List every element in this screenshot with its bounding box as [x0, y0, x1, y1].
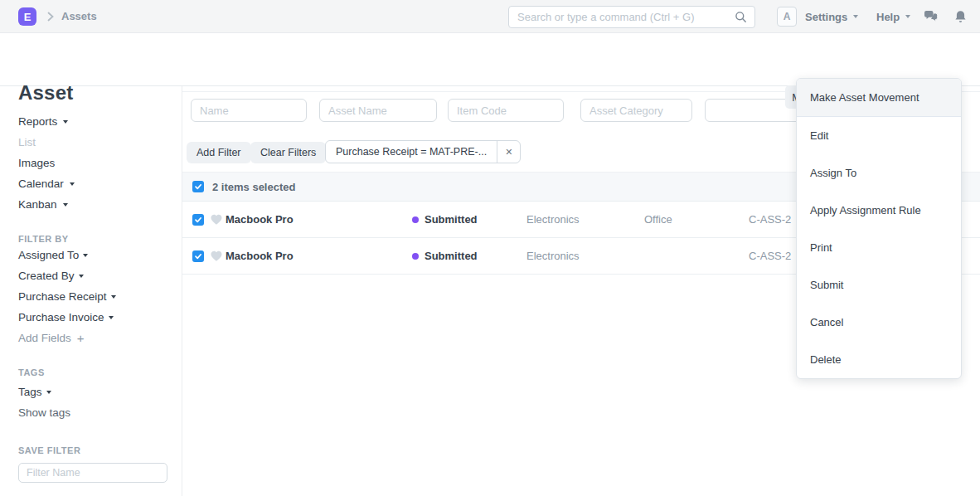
menu-item-cancel[interactable]: Cancel	[797, 304, 961, 341]
settings-label: Settings	[805, 11, 847, 23]
menu-item-edit[interactable]: Edit	[797, 117, 961, 154]
sidebar-item-reports[interactable]: Reports	[18, 111, 182, 132]
sidebar-filter-created-by[interactable]: Created By	[18, 265, 182, 286]
remove-filter-button[interactable]: ✕	[497, 141, 520, 163]
caret-down-icon	[111, 295, 116, 299]
add-filter-button[interactable]: Add Filter	[187, 142, 251, 163]
row-title[interactable]: Macbook Pro	[226, 238, 294, 274]
select-all-checkbox[interactable]	[192, 181, 204, 192]
bell-icon[interactable]	[954, 0, 967, 33]
show-tags-button[interactable]: Show tags	[18, 402, 182, 423]
standard-filter-asset-name[interactable]	[319, 99, 437, 122]
sidebar-item-label: List	[18, 136, 36, 148]
actions-dropdown-menu: Make Asset Movement Edit Assign To Apply…	[796, 78, 962, 379]
row-checkbox[interactable]	[192, 250, 204, 262]
menu-item-assign-to[interactable]: Assign To	[797, 154, 961, 192]
sidebar-item-calendar[interactable]: Calendar	[18, 173, 182, 194]
sidebar-item-tags[interactable]: Tags	[18, 382, 182, 402]
menu-item-make-asset-movement[interactable]: Make Asset Movement	[797, 79, 961, 117]
sidebar-item-label: Purchase Invoice	[18, 311, 104, 323]
add-fields-button[interactable]: Add Fields+	[18, 328, 182, 348]
sidebar-item-list[interactable]: List	[18, 132, 182, 153]
navbar: E Assets A Settings Help	[0, 0, 980, 33]
sidebar-item-kanban[interactable]: Kanban	[18, 194, 182, 215]
logo-letter: E	[24, 11, 32, 23]
row-checkbox-wrap	[192, 202, 204, 237]
sidebar-item-label: Created By	[18, 270, 75, 282]
menu-item-submit[interactable]: Submit	[797, 266, 961, 304]
caret-down-icon	[79, 275, 84, 278]
standard-filter-name[interactable]	[191, 99, 307, 122]
sidebar-filter-purchase-receipt[interactable]: Purchase Receipt	[18, 286, 182, 307]
menu-item-apply-assignment-rule[interactable]: Apply Assignment Rule	[797, 192, 961, 229]
caret-down-icon	[109, 316, 114, 319]
caret-down-icon	[63, 203, 68, 207]
sidebar-item-label: Images	[18, 157, 55, 169]
heart-icon[interactable]	[210, 238, 223, 274]
row-status: Submitted	[425, 238, 478, 274]
row-checkbox[interactable]	[192, 214, 204, 226]
search-input[interactable]	[509, 11, 735, 23]
caret-down-icon	[46, 391, 51, 394]
avatar-letter: A	[784, 11, 791, 22]
filter-by-heading: FILTER BY	[18, 233, 182, 245]
global-search	[508, 6, 755, 28]
clear-filters-button[interactable]: Clear Filters	[250, 142, 326, 163]
tags-heading: TAGS	[18, 367, 182, 378]
breadcrumb[interactable]: Assets	[61, 0, 97, 33]
sidebar-item-label: Tags	[18, 386, 42, 398]
close-icon: ✕	[505, 147, 512, 158]
sidebar-filter-purchase-invoice[interactable]: Purchase Invoice	[18, 307, 182, 328]
settings-menu[interactable]: Settings	[805, 0, 858, 33]
row-id[interactable]: C-ASS-2	[749, 202, 791, 237]
sidebar-item-label: Purchase Receipt	[18, 290, 107, 303]
standard-filter-item-code[interactable]	[448, 99, 564, 122]
menu-item-print[interactable]: Print	[797, 229, 961, 266]
page-title: Asset	[18, 81, 73, 105]
sidebar-item-label: Calendar	[18, 177, 64, 190]
caret-down-icon	[83, 254, 88, 257]
sidebar-filter-assigned-to[interactable]: Assigned To	[18, 245, 182, 265]
status-dot	[412, 202, 419, 237]
status-dot	[412, 238, 419, 274]
select-all-checkbox-wrap	[192, 173, 204, 201]
sidebar-item-label: Assigned To	[18, 249, 79, 261]
avatar[interactable]: A	[777, 7, 797, 27]
filter-name-input[interactable]	[18, 463, 167, 483]
caret-down-icon	[70, 182, 75, 186]
plus-icon: +	[77, 331, 85, 345]
row-status: Submitted	[425, 202, 478, 237]
heart-icon[interactable]	[210, 202, 223, 237]
chat-icon[interactable]	[924, 0, 939, 33]
erpnext-logo[interactable]: E	[18, 7, 36, 26]
standard-filter-asset-category[interactable]	[580, 99, 692, 122]
list-sidebar: Reports List Images Calendar Kanban FILT…	[0, 86, 182, 496]
sidebar-item-label: Reports	[18, 115, 57, 128]
caret-down-icon	[905, 15, 910, 18]
row-category: Electronics	[526, 202, 580, 237]
help-label: Help	[876, 11, 900, 23]
breadcrumb-chevron-icon	[46, 11, 55, 22]
menu-item-delete[interactable]: Delete	[797, 341, 961, 378]
add-fields-label: Add Fields	[18, 332, 71, 344]
sidebar-item-label: Kanban	[18, 198, 57, 211]
help-menu[interactable]: Help	[876, 0, 910, 33]
caret-down-icon	[853, 15, 858, 18]
active-filter-chip[interactable]: Purchase Receipt = MAT-PRE-... ✕	[325, 140, 521, 163]
active-filter-label: Purchase Receipt = MAT-PRE-...	[326, 146, 497, 158]
selection-count-text: 2 items selected	[212, 173, 295, 201]
row-checkbox-wrap	[192, 238, 204, 274]
caret-down-icon	[63, 120, 68, 124]
show-tags-label: Show tags	[18, 406, 70, 419]
row-id[interactable]: C-ASS-2	[749, 238, 791, 274]
search-icon	[735, 11, 747, 23]
save-filter-heading: SAVE FILTER	[18, 445, 182, 456]
row-title[interactable]: Macbook Pro	[226, 202, 294, 237]
sidebar-item-images[interactable]: Images	[18, 153, 182, 173]
row-location: Office	[644, 202, 672, 237]
app-window: E Assets A Settings Help Asset Menu Refr…	[0, 0, 980, 496]
row-category: Electronics	[526, 238, 580, 274]
